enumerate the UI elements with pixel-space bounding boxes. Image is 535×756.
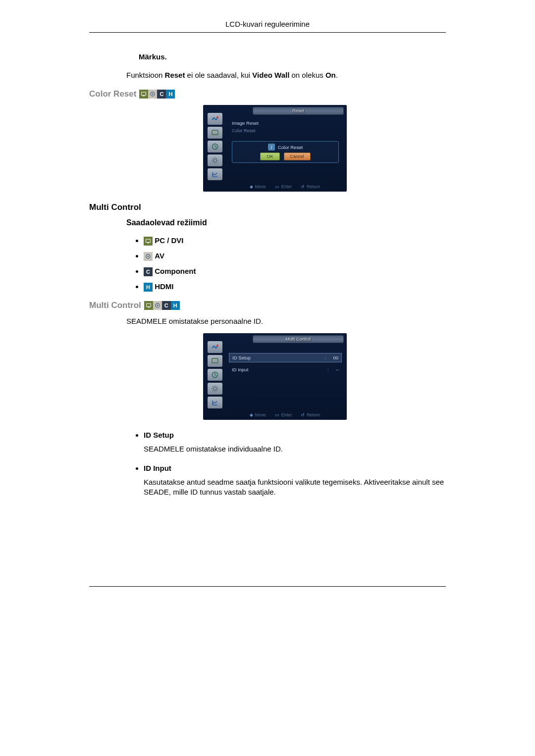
mode-label: AV xyxy=(155,252,164,260)
hdmi-icon: H xyxy=(144,283,153,292)
svg-rect-14 xyxy=(148,307,150,307)
note-text: ei ole saadaval, kui xyxy=(185,71,252,79)
item-desc: Kasutatakse antud seadme saatja funktsio… xyxy=(144,477,446,498)
pc-dvi-icon xyxy=(139,90,148,99)
pc-dvi-icon xyxy=(144,301,153,310)
mode-label: Component xyxy=(155,267,196,275)
svg-rect-9 xyxy=(146,239,151,242)
svg-point-19 xyxy=(213,359,214,360)
osd-footer-enter: Enter xyxy=(281,412,292,417)
component-icon: C xyxy=(144,267,153,276)
osd-footer-return: Return xyxy=(307,412,320,417)
osd-multicontrol-screenshot: Multi Control ID Setup : 00 ID Input xyxy=(203,333,347,420)
osd-tab-multi-icon xyxy=(208,168,222,180)
cancel-button[interactable]: Cancel xyxy=(284,152,311,160)
osd-tab-input-icon xyxy=(208,113,222,125)
enter-glyph-icon: ▭ xyxy=(275,412,279,417)
osd-row-label: ID Input xyxy=(232,367,248,372)
osd-tab-time-icon xyxy=(208,369,222,381)
page-header: LCD-kuvari reguleerimine xyxy=(89,20,446,33)
osd-row-image-reset: Image Reset xyxy=(229,119,342,127)
osd-footer-enter: Enter xyxy=(281,184,292,189)
osd-row-id-input[interactable]: ID Input : -- xyxy=(229,365,342,374)
svg-point-21 xyxy=(214,387,216,390)
list-item: ID Input Kasutatakse antud seadme saatja… xyxy=(144,464,446,498)
svg-rect-5 xyxy=(212,130,218,135)
multi-control-intro: SEADMELE omistatakse personaalne ID. xyxy=(126,316,446,326)
osd-tab-picture-icon xyxy=(208,127,222,139)
component-icon: C xyxy=(162,301,171,310)
svg-point-12 xyxy=(148,256,149,257)
item-title: ID Setup xyxy=(144,431,174,439)
modes-list: PC / DVI AV C Component H HDMI xyxy=(144,236,446,292)
osd-tab-setup-icon xyxy=(208,154,222,166)
svg-rect-10 xyxy=(147,243,150,243)
footer-rule xyxy=(89,586,446,587)
osd-footer: ◆Move ▭Enter ↺Return xyxy=(203,181,347,192)
osd-tab-multi-icon xyxy=(208,397,222,408)
svg-point-17 xyxy=(216,345,218,347)
move-glyph-icon: ◆ xyxy=(250,184,253,189)
osd-row-value: -- xyxy=(336,367,339,372)
osd-row-label: ID Setup xyxy=(232,355,251,360)
hdmi-icon: H xyxy=(166,90,175,99)
multi-control-items: ID Setup SEADMELE omistatakse individuaa… xyxy=(144,431,446,498)
mode-av: AV xyxy=(144,252,446,261)
osd-footer-move: Move xyxy=(255,412,266,417)
note-body: Funktsioon Reset ei ole saadaval, kui Vi… xyxy=(126,71,446,79)
av-icon xyxy=(148,90,157,99)
osd-row-colon: : xyxy=(327,367,329,372)
note-text: Funktsioon xyxy=(126,71,165,79)
osd-dialog-title: Color Reset xyxy=(278,145,303,150)
enter-glyph-icon: ▭ xyxy=(275,184,279,189)
svg-point-4 xyxy=(216,116,218,118)
mode-component: C Component xyxy=(144,267,446,276)
mode-label: PC / DVI xyxy=(155,236,183,245)
svg-point-6 xyxy=(213,131,214,132)
info-icon: i xyxy=(268,144,275,151)
osd-row-colon: : xyxy=(325,355,326,360)
osd-tab-setup-icon xyxy=(208,383,222,395)
component-icon: C xyxy=(157,90,166,99)
osd-sidebar xyxy=(203,110,227,181)
osd-tab-time-icon xyxy=(208,141,222,152)
note-text: . xyxy=(336,71,338,79)
svg-rect-0 xyxy=(142,92,146,95)
osd-footer-return: Return xyxy=(307,184,320,189)
return-glyph-icon: ↺ xyxy=(301,184,305,189)
osd-footer-move: Move xyxy=(255,184,266,189)
osd-tab-input-icon xyxy=(208,341,222,353)
ok-button[interactable]: OK xyxy=(260,152,279,160)
item-desc: SEADMELE omistatakse individuaalne ID. xyxy=(144,444,446,454)
svg-point-3 xyxy=(152,94,154,95)
svg-rect-13 xyxy=(146,303,151,306)
section-multi-control: Multi Control xyxy=(89,202,446,212)
section-multi-control-sub-label: Multi Control xyxy=(89,301,141,310)
item-title: ID Input xyxy=(144,464,171,472)
osd-footer: ◆Move ▭Enter ↺Return xyxy=(203,409,347,420)
list-item: ID Setup SEADMELE omistatakse individuaa… xyxy=(144,431,446,454)
section-color-reset-label: Color Reset xyxy=(89,89,136,99)
svg-point-16 xyxy=(157,305,158,306)
mode-icons-group: C H xyxy=(144,301,180,310)
mode-hdmi: H HDMI xyxy=(144,282,446,292)
osd-row-label: Image Reset xyxy=(232,120,259,126)
osd-tab-picture-icon xyxy=(208,355,222,367)
svg-rect-1 xyxy=(143,96,145,96)
osd-confirm-dialog: i Color Reset OK Cancel xyxy=(232,141,339,163)
note-videowall: Video Wall xyxy=(252,71,289,79)
hdmi-icon: H xyxy=(171,301,180,310)
move-glyph-icon: ◆ xyxy=(250,412,253,417)
svg-rect-18 xyxy=(212,358,218,363)
mode-icons-group: C H xyxy=(139,90,175,99)
note-reset: Reset xyxy=(165,71,185,79)
note-label: Märkus. xyxy=(139,52,446,61)
note-on: On xyxy=(325,71,336,79)
osd-sidebar xyxy=(203,338,227,409)
osd-row-id-setup[interactable]: ID Setup : 00 xyxy=(229,353,342,362)
return-glyph-icon: ↺ xyxy=(301,412,305,417)
subsection-available-modes: Saadaolevad režiimid xyxy=(126,218,446,227)
pc-dvi-icon xyxy=(144,237,153,246)
osd-row-color-reset: Color Reset xyxy=(229,127,342,134)
section-multi-control-sub: Multi Control C H xyxy=(89,301,446,310)
